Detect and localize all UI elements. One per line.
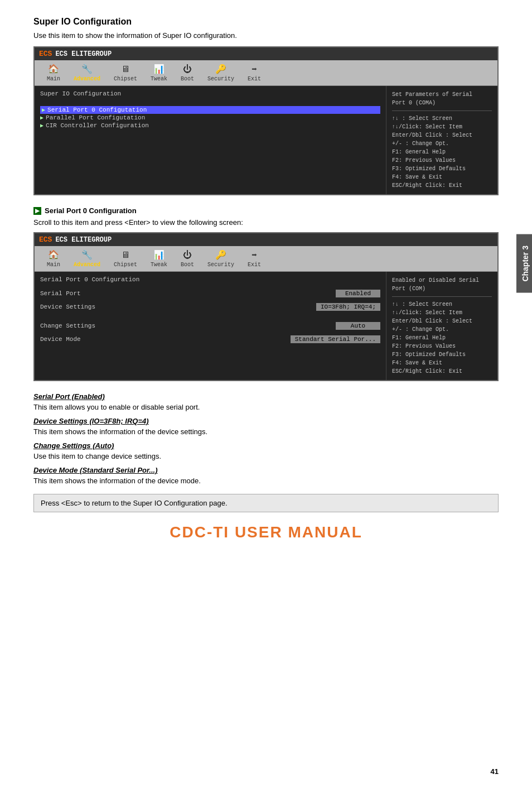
nav2-label-advanced: Advanced [74, 262, 100, 268]
chipset-icon-2: 🖥 [121, 250, 130, 261]
bios2-nav-chipset[interactable]: 🖥 Chipset [107, 249, 144, 269]
tweak-icon-1: 📊 [153, 64, 165, 75]
bios-section-title-1: Super IO Configuration [40, 90, 380, 97]
bios-body-1: Super IO Configuration ▶ Serial Port 0 C… [35, 86, 497, 194]
serial-port-desc: Scroll to this item and press <Enter> to… [33, 218, 499, 227]
nav2-label-main: Main [47, 262, 60, 268]
chapter-tab: Chapter 3 [516, 234, 532, 293]
config-value-change-settings: Auto [336, 322, 380, 330]
nav-label-tweak-1: Tweak [151, 76, 167, 82]
config-value-device-mode: Standart Serial Por... [291, 335, 380, 343]
config-item-device-mode[interactable]: Device Mode Standart Serial Por... [40, 335, 380, 343]
green-arrow-icon: ▶ [33, 207, 41, 215]
bios-section-title-2: Serial Port 0 Configuration [40, 276, 380, 283]
bios2-nav-exit[interactable]: ➡ Exit [241, 248, 268, 269]
bios-help-1: ↑↓ : Select Screen ↑↓/Click: Select Item… [392, 110, 492, 190]
nav-label-exit-1: Exit [248, 76, 261, 82]
tweak-icon-2: 📊 [153, 249, 165, 261]
bios-help-2: ↑↓ : Select Screen ↑↓/Click: Select Item… [392, 296, 492, 376]
bios-brand-1: ECS ELITEGROUP [55, 50, 112, 58]
nav2-label-exit: Exit [248, 262, 261, 268]
nav-label-security-1: Security [207, 76, 234, 82]
page-description: Use this item to show the information of… [33, 31, 499, 40]
home-icon-1: 🏠 [48, 64, 59, 75]
bios-item-cir[interactable]: ▶ CIR Controller Configuration [40, 122, 380, 129]
nav-label-boot-1: Boot [181, 76, 194, 82]
bios-nav-chipset-1[interactable]: 🖥 Chipset [107, 63, 144, 83]
item-label-change-settings: Change Settings (Auto) [33, 441, 499, 450]
item-arrow-2: ▶ [40, 114, 43, 121]
page-number: 41 [491, 767, 499, 776]
exit-icon-1: ➡ [252, 64, 257, 75]
config-label-change-settings: Change Settings [40, 323, 95, 329]
bios-item-serial-0[interactable]: ▶ Serial Port 0 Configutation [40, 106, 380, 114]
item-desc-serial-enabled: This item allows you to enable or disabl… [33, 403, 499, 411]
bios-header-2: ECS ECS ELITEGROUP [35, 233, 497, 246]
bios-box-1: ECS ECS ELITEGROUP 🏠 Main 🔧 Advanced 🖥 C… [33, 46, 499, 195]
bios2-nav-advanced[interactable]: 🔧 Advanced [67, 248, 107, 269]
item-desc-device-settings: This item shows the information of the d… [33, 427, 499, 436]
nav-label-main-1: Main [47, 76, 60, 82]
bios-box-2: ECS ECS ELITEGROUP 🏠 Main 🔧 Advanced 🖥 C… [33, 232, 499, 381]
bios-nav-boot-1[interactable]: ⏻ Boot [174, 63, 201, 83]
config-value-serial-port: Enabled [336, 290, 380, 297]
config-label-device-settings: Device Settings [40, 304, 95, 310]
footer-brand: CDC-TI USER MANUAL [33, 523, 499, 541]
config-value-device-settings: IO=3F8h; IRQ=4; [316, 303, 380, 311]
item-arrow-1: ▶ [42, 107, 45, 113]
bios-right-1: Set Parameters of SerialPort 0 (COMA) ↑↓… [386, 86, 497, 194]
nav2-label-boot: Boot [181, 262, 194, 268]
config-item-device-settings[interactable]: Device Settings IO=3F8h; IRQ=4; [40, 303, 380, 311]
home-icon-2: 🏠 [48, 249, 59, 261]
bios-item-label-cir: CIR Controller Configuration [46, 122, 149, 129]
exit-icon-2: ➡ [252, 249, 257, 261]
chapter-label: Chapter 3 [521, 246, 530, 282]
bios2-nav-boot[interactable]: ⏻ Boot [174, 249, 201, 269]
nav-label-advanced-1: Advanced [74, 76, 100, 82]
security-icon-2: 🔑 [215, 249, 226, 261]
item-arrow-3: ▶ [40, 122, 43, 129]
page-title: Super IO Configuration [33, 17, 499, 27]
nav-label-chipset-1: Chipset [114, 76, 137, 82]
config-label-device-mode: Device Mode [40, 336, 81, 343]
bios-item-label-serial0: Serial Port 0 Configutation [47, 107, 147, 113]
bios2-nav-security[interactable]: 🔑 Security [201, 248, 241, 269]
bios-info-2: Enabled or Disabled SerialPort (COM) [392, 276, 492, 293]
chipset-icon-1: 🖥 [121, 64, 130, 75]
advanced-icon-2: 🔧 [81, 249, 93, 261]
bios-nav-security-1[interactable]: 🔑 Security [201, 63, 241, 83]
serial-port-heading-text: Serial Port 0 Configuration [45, 206, 137, 215]
security-icon-1: 🔑 [215, 64, 226, 75]
bios-logo-1: ECS [39, 50, 52, 58]
advanced-icon-1: 🔧 [81, 64, 93, 75]
bios-left-2: Serial Port 0 Configuration Serial Port … [35, 272, 386, 380]
config-item-serial-port[interactable]: Serial Port Enabled [40, 290, 380, 297]
bios-nav-exit-1[interactable]: ➡ Exit [241, 63, 268, 83]
item-label-device-mode: Device Mode (Standard Serial Por...) [33, 466, 499, 474]
bios2-nav-main[interactable]: 🏠 Main [40, 248, 67, 269]
item-label-serial-enabled: Serial Port (Enabled) [33, 392, 499, 401]
bios-left-1: Super IO Configuration ▶ Serial Port 0 C… [35, 86, 386, 194]
page-footer: CDC-TI USER MANUAL [33, 523, 499, 541]
bios-item-parallel[interactable]: ▶ Parallel Port Configutation [40, 114, 380, 122]
bios-item-label-parallel: Parallel Port Configutation [46, 114, 145, 121]
bios-logo-2: ECS [39, 235, 52, 244]
bios-nav-1: 🏠 Main 🔧 Advanced 🖥 Chipset 📊 Tweak ⏻ Bo… [35, 60, 497, 86]
bios-nav-main-1[interactable]: 🏠 Main [40, 63, 67, 83]
item-desc-device-mode: This item shows the information of the d… [33, 477, 499, 485]
nav2-label-chipset: Chipset [114, 262, 137, 268]
item-desc-change-settings: Use this item to change device settings. [33, 452, 499, 460]
bios-nav-tweak-1[interactable]: 📊 Tweak [144, 63, 174, 83]
bios-brand-2: ECS ELITEGROUP [55, 236, 112, 244]
config-item-change-settings[interactable]: Change Settings Auto [40, 322, 380, 330]
config-label-serial-port: Serial Port [40, 290, 81, 297]
footer-note-text: Press <Esc> to return to the Super IO Co… [41, 499, 228, 507]
bios2-nav-tweak[interactable]: 📊 Tweak [144, 248, 174, 269]
bios-header-1: ECS ECS ELITEGROUP [35, 47, 497, 60]
boot-icon-1: ⏻ [183, 64, 192, 75]
boot-icon-2: ⏻ [183, 250, 192, 261]
bios-nav-advanced-1[interactable]: 🔧 Advanced [67, 63, 107, 83]
bios-right-2: Enabled or Disabled SerialPort (COM) ↑↓ … [386, 272, 497, 380]
serial-port-subheading: ▶ Serial Port 0 Configuration [33, 206, 499, 215]
bios-info-1: Set Parameters of SerialPort 0 (COMA) [392, 90, 492, 107]
